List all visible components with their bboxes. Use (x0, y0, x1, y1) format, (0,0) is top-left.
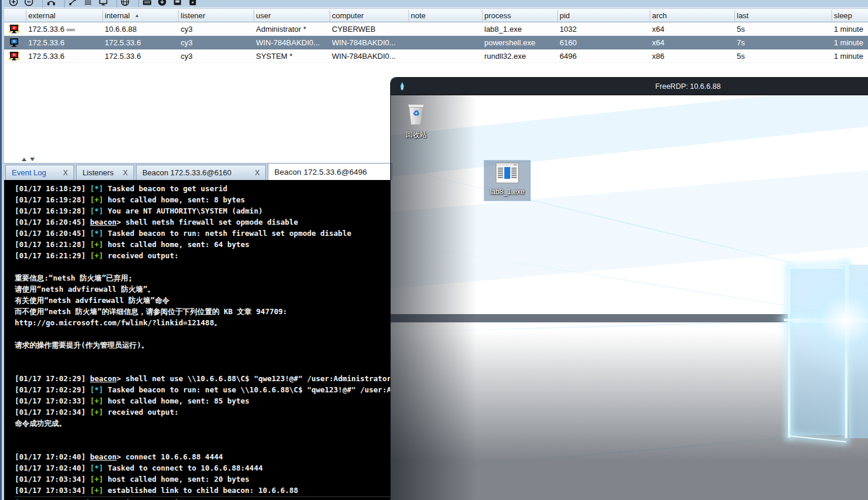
toolbar-separator (64, 0, 65, 8)
console-line: [01/17 17:02:29] beacon> shell net use \… (15, 373, 390, 384)
console-line: 重要信息:“netsh 防火墙”已弃用; (15, 272, 390, 284)
screenshots-icon[interactable] (172, 0, 188, 8)
col-pid[interactable]: pid (560, 9, 570, 22)
recycle-bin-icon: ♻ (405, 119, 427, 128)
console-line: [01/17 17:02:34] [+] received output: (15, 406, 390, 418)
console-line: [01/17 17:02:33] [+] host called home, s… (15, 395, 390, 406)
col-note[interactable]: note (411, 9, 425, 22)
new-connection-icon[interactable] (9, 0, 24, 8)
main-toolbar (4, 0, 868, 8)
toolbar-separator (42, 0, 43, 8)
console-line: 命令成功完成。 (15, 418, 390, 429)
col-arch[interactable]: arch (652, 9, 667, 22)
console-line (15, 440, 390, 451)
keystrokes-icon[interactable] (142, 0, 157, 8)
toolbar-separator (138, 0, 139, 8)
console-line: [01/17 16:21:29] [+] received output: (15, 250, 390, 261)
console-line: [01/17 16:19:28] [*] You are NT AUTHORIT… (15, 205, 390, 216)
desktop-icon-recycle-bin[interactable]: ♻ 回收站 (395, 101, 437, 140)
close-tab-icon[interactable]: X (63, 169, 68, 177)
disconnect-icon[interactable] (24, 0, 39, 8)
tab-event-log[interactable]: Event Log X (5, 165, 74, 180)
app-window-border (0, 0, 4, 500)
close-tab-icon[interactable]: X (123, 169, 128, 177)
sessions-table: external internal▲ listener user compute… (4, 8, 868, 64)
remote-desktop[interactable]: ♻ 回收站 lab8_1.exe (391, 95, 868, 500)
screen: { "colors": { "toolbar_bg": "#b9cfe3", "… (0, 0, 868, 500)
col-user[interactable]: user (256, 9, 271, 22)
toolbar-separator (117, 0, 117, 8)
console-line: [01/17 16:20:45] [*] Tasked beacon to ru… (15, 228, 390, 239)
console-line: [01/17 17:02:40] [*] Tasked to connect t… (15, 462, 390, 474)
freerdp-logo-icon (398, 82, 406, 94)
pivot-graph-icon[interactable] (68, 0, 83, 8)
freerdp-window-title: FreeRDP: 10.6.6.88 (655, 78, 720, 95)
console-status: [WIN-784BAKDI0AS] x64 | SYSTEM * | 6496 … (15, 496, 390, 500)
console-line: [01/17 16:19:28] [+] host called home, s… (15, 194, 390, 205)
desktop-icon-lab8-exe[interactable]: lab8_1.exe (484, 160, 531, 201)
sort-asc-icon: ▲ (135, 13, 139, 18)
sessions-table-header: external internal▲ listener user compute… (4, 8, 868, 22)
console-line: 而不使用“netsh 防火墙”的详细信息，请参阅位于下列位置的 KB 文章 94… (15, 306, 390, 317)
col-listener[interactable]: listener (181, 9, 205, 22)
splitter-down-icon[interactable] (30, 158, 35, 161)
console-output: [01/17 16:18:29] [*] Tasked beacon to ge… (15, 183, 390, 496)
console-line (15, 351, 390, 362)
console-line (15, 328, 390, 339)
col-last[interactable]: last (737, 9, 749, 22)
table-row[interactable]: 172.5.33.6 172.5.33.6 cy3 SYSTEM * WIN-7… (4, 49, 868, 63)
table-row-selected[interactable]: 172.5.33.6 172.5.33.6 cy3 WIN-784BAKDI0.… (4, 36, 868, 49)
console-line: [01/17 17:03:34] [+] established link to… (15, 485, 390, 496)
listeners-icon[interactable] (46, 0, 61, 8)
freerdp-window[interactable]: FreeRDP: 10.6.6.88 (390, 77, 868, 500)
console-line: 请求的操作需要提升(作为管理员运行)。 (15, 339, 390, 351)
beacon-admin-icon (8, 51, 21, 63)
desktop-icon-label: lab8_1.exe (484, 188, 530, 196)
console-line: [01/17 17:03:34] [+] host called home, s… (15, 474, 390, 485)
console-line: 有关使用“netsh advfirewall 防火墙”命令 (15, 295, 390, 306)
console-line: 请使用“netsh advfirewall 防火墙”。 (15, 284, 390, 295)
console-tabstrip: Event Log X Listeners X Beacon 172.5.33.… (4, 163, 393, 180)
beacon-console[interactable]: [01/17 16:18:29] [*] Tasked beacon to ge… (4, 180, 390, 500)
table-view-icon[interactable] (83, 0, 98, 8)
help-icon[interactable] (188, 0, 203, 8)
targets-icon[interactable] (98, 0, 114, 8)
console-line (15, 362, 390, 373)
tab-beacon-6160[interactable]: Beacon 172.5.33.6@6160 X (136, 165, 266, 180)
downloads-icon[interactable] (157, 0, 172, 8)
close-tab-icon[interactable]: X (255, 169, 260, 177)
col-process[interactable]: process (484, 9, 511, 22)
console-line (15, 429, 390, 440)
tab-listeners[interactable]: Listeners X (76, 165, 134, 180)
console-line: [01/17 17:02:40] beacon> connect 10.6.6.… (15, 451, 390, 462)
pane-splitter[interactable] (4, 156, 390, 163)
tab-beacon-6496[interactable]: Beacon 172.5.33.6@6496 (268, 163, 391, 180)
link-chain-icon: ∞∞ (66, 26, 75, 33)
console-line (15, 261, 390, 272)
col-internal[interactable]: internal▲ (105, 9, 139, 22)
console-line: [01/17 17:02:29] [*] Tasked beacon to ru… (15, 384, 390, 395)
console-line: [01/17 16:21:28] [+] host called home, s… (15, 239, 390, 250)
console-line: [01/17 16:18:29] [*] Tasked beacon to ge… (15, 183, 390, 194)
beacon-admin-icon (8, 24, 21, 36)
svg-text:♻: ♻ (413, 109, 420, 118)
table-row[interactable]: 172.5.33.6 ∞∞ 10.6.6.88 cy3 Administrato… (4, 22, 868, 36)
col-computer[interactable]: computer (332, 9, 364, 22)
web-globe-icon[interactable] (120, 0, 135, 8)
console-line: [01/17 16:20:45] beacon> shell netsh fir… (15, 216, 390, 228)
freerdp-titlebar[interactable]: FreeRDP: 10.6.6.88 (391, 78, 868, 95)
col-sleep[interactable]: sleep (834, 9, 852, 22)
exe-file-icon (495, 177, 519, 185)
desktop-icon-label: 回收站 (395, 130, 437, 140)
console-line: http://go.microsoft.com/fwlink/?linkid=1… (15, 317, 390, 328)
col-external[interactable]: external (28, 9, 55, 22)
splitter-up-icon[interactable] (22, 158, 26, 161)
logo-glow (781, 255, 868, 385)
beacon-icon (8, 38, 21, 49)
